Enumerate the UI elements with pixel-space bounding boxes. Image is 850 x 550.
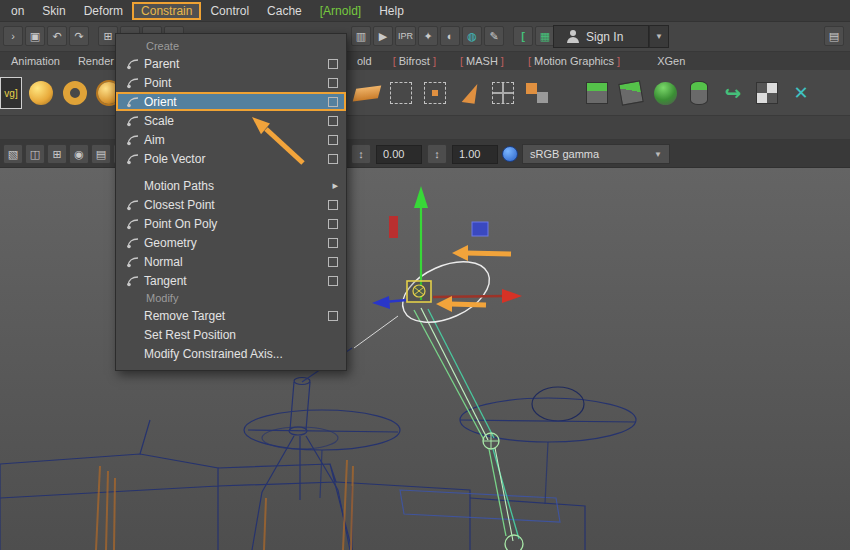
orange-streaks (96, 460, 353, 550)
menu-item-motion-paths[interactable]: Motion Paths ▸ (116, 176, 346, 195)
render-view-icon[interactable]: ▥ (351, 26, 371, 46)
menu-cache[interactable]: Cache (258, 2, 311, 20)
rotate-manipulator[interactable] (372, 186, 522, 334)
signin-dropdown-arrow[interactable]: ▼ (649, 25, 669, 48)
z-axis-arrowhead (372, 296, 390, 309)
tangent-option-box[interactable] (328, 276, 338, 286)
signin-label: Sign In (586, 30, 623, 44)
marquee-dot-icon[interactable] (420, 77, 450, 109)
menu-item-modify-constrained-axis[interactable]: Modify Constrained Axis... (116, 344, 346, 363)
menu-item-closest-point[interactable]: Closest Point (116, 195, 346, 214)
shelf-tab-xgen[interactable]: XGen (648, 53, 694, 69)
user-icon (566, 30, 579, 43)
cube-green-icon[interactable] (582, 77, 612, 109)
sphere-green-icon[interactable] (650, 77, 680, 109)
menu-item-geometry[interactable]: Geometry (116, 233, 346, 252)
point-option-box[interactable] (328, 78, 338, 88)
menu-item-scale[interactable]: Scale (116, 111, 346, 130)
chevron-down-icon: ▼ (654, 150, 662, 159)
bracket-close: ] (498, 55, 507, 67)
marquee-icon[interactable] (386, 77, 416, 109)
shelf-tab-bifrost[interactable]: [Bifrost] (381, 53, 448, 69)
menu-item-remove-target[interactable]: Remove Target (116, 306, 346, 325)
remove-target-option-box[interactable] (328, 311, 338, 321)
colorspace-dropdown[interactable]: sRGB gamma ▼ (522, 144, 670, 164)
shelf-tab-motion-graphics[interactable]: [Motion Graphics] (516, 53, 632, 69)
ring-annotation-arrowhead (452, 245, 468, 261)
signin-control: Sign In ▼ (553, 25, 669, 48)
expand-icon[interactable]: › (3, 26, 23, 46)
closest-point-constraint-icon (122, 198, 144, 212)
menu-item-normal[interactable]: Normal (116, 252, 346, 271)
menu-arnold[interactable]: [Arnold] (311, 2, 370, 20)
undo-icon[interactable]: ↶ (47, 26, 67, 46)
checker-magnet-icon[interactable] (752, 77, 782, 109)
gamma-field[interactable]: 1.00 (452, 145, 498, 164)
signin-button[interactable]: Sign In (553, 25, 649, 48)
menu-item-pole-vector[interactable]: Pole Vector (116, 149, 346, 168)
menu-skeleton[interactable]: on (2, 2, 33, 20)
render-frame-icon[interactable]: ▶ (373, 26, 393, 46)
orient-option-box[interactable] (328, 97, 338, 107)
cut-tool-icon[interactable]: ✕ (786, 77, 816, 109)
sphere-yellow-icon[interactable] (26, 77, 56, 109)
texture-sphere-icon[interactable]: ◍ (462, 26, 482, 46)
exposure-field[interactable]: 0.00 (376, 145, 422, 164)
menu-item-tangent[interactable]: Tangent (116, 271, 346, 290)
shelf-tab-mash[interactable]: [MASH] (448, 53, 516, 69)
geometry-option-box[interactable] (328, 238, 338, 248)
redo-icon[interactable]: ↷ (69, 26, 89, 46)
tangent-constraint-icon (122, 274, 144, 288)
ipr-render-icon[interactable]: IPR (395, 26, 416, 46)
scale-option-box[interactable] (328, 116, 338, 126)
menu-item-aim[interactable]: Aim (116, 130, 346, 149)
lattice-icon[interactable] (488, 77, 518, 109)
selection-mask-icon[interactable]: ▣ (25, 26, 45, 46)
closest-point-option-box[interactable] (328, 200, 338, 210)
exposure-toggle-icon[interactable]: ↕ (351, 144, 371, 164)
shelf-tab-arnold[interactable]: old (348, 53, 381, 69)
pane-layout-icon[interactable]: ◫ (25, 144, 45, 164)
render-settings-icon[interactable]: ✦ (418, 26, 438, 46)
menu-item-point-on-poly[interactable]: Point On Poly (116, 214, 346, 233)
grid-display-icon[interactable]: ⊞ (47, 144, 67, 164)
parent-option-box[interactable] (328, 59, 338, 69)
menu-constrain[interactable]: Constrain (132, 2, 201, 20)
scale-constraint-icon (122, 114, 144, 128)
shaded-display-icon[interactable]: ▧ (3, 144, 23, 164)
curve-arrow-icon[interactable]: ↪ (718, 77, 748, 109)
point-constraint-icon (122, 76, 144, 90)
panel-toolbar-right: ↕ 0.00 ↕ 1.00 sRGB gamma ▼ (350, 144, 670, 164)
region-bracket-left-icon[interactable]: [ (513, 26, 533, 46)
parent-constraint-icon (122, 57, 144, 71)
shelf-tab-animation[interactable]: Animation (2, 53, 69, 69)
pole-vector-option-box[interactable] (328, 154, 338, 164)
aim-option-box[interactable] (328, 135, 338, 145)
paint-icon[interactable]: ✎ (484, 26, 504, 46)
isolate-select-icon[interactable]: ▤ (91, 144, 111, 164)
plane-orange-icon[interactable] (352, 77, 382, 109)
squares-icon[interactable] (522, 77, 552, 109)
menu-item-parent[interactable]: Parent (116, 54, 346, 73)
menu-item-point[interactable]: Point (116, 73, 346, 92)
gamma-toggle-icon[interactable]: ↕ (427, 144, 447, 164)
normal-option-box[interactable] (328, 257, 338, 267)
point-on-poly-option-box[interactable] (328, 219, 338, 229)
cylinder-green-icon[interactable] (684, 77, 714, 109)
wedge-green-icon[interactable] (616, 77, 646, 109)
shelf-tabs-right: old [Bifrost] [MASH] [Motion Graphics] X… (348, 52, 694, 70)
workspace-icon[interactable]: ▤ (824, 26, 844, 46)
torus-yellow-icon[interactable] (60, 77, 90, 109)
color-management-icon[interactable] (502, 146, 518, 162)
fold-plane-icon[interactable] (454, 77, 484, 109)
display-layers-icon[interactable]: ◐ (440, 26, 460, 46)
menu-control[interactable]: Control (201, 2, 258, 20)
menu-item-set-rest-position[interactable]: Set Rest Position (116, 325, 346, 344)
menu-deform[interactable]: Deform (75, 2, 132, 20)
menu-item-orient[interactable]: Orient (116, 92, 346, 111)
svg-shelf-button[interactable]: vg] (0, 77, 22, 109)
camera-icon[interactable]: ◉ (69, 144, 89, 164)
menu-skin[interactable]: Skin (33, 2, 74, 20)
shelf-tabs-left: Animation Render (2, 52, 123, 70)
menu-help[interactable]: Help (370, 2, 413, 20)
